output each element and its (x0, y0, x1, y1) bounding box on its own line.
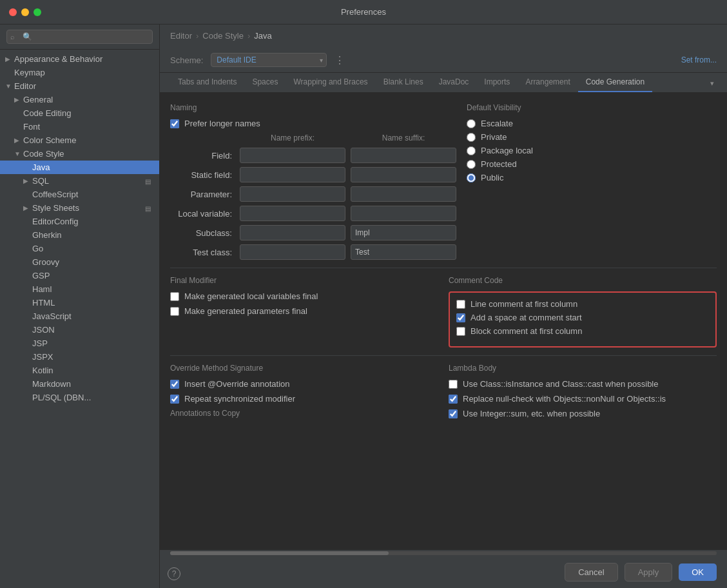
static-field-suffix-input[interactable] (351, 167, 456, 182)
visibility-private-radio[interactable] (467, 133, 476, 142)
breadcrumb-sep2: › (247, 31, 250, 41)
lambda-class-isinstance-checkbox[interactable] (449, 380, 458, 389)
sidebar-item-label: Font (23, 122, 40, 132)
final-params-row: Make generated parameters final (170, 306, 438, 316)
sidebar-item-gherkin[interactable]: Gherkin (0, 228, 159, 242)
sidebar-item-markdown[interactable]: Markdown (0, 377, 159, 391)
sidebar-item-java[interactable]: Java (0, 161, 159, 174)
parameter-prefix-input[interactable] (240, 186, 345, 202)
sidebar-item-jspx[interactable]: JSPX (0, 350, 159, 364)
sidebar-item-style-sheets[interactable]: ▶ Style Sheets ▤ (0, 201, 159, 215)
local-var-suffix-input[interactable] (351, 206, 456, 221)
sidebar-item-general[interactable]: ▶ General (0, 93, 159, 106)
sidebar-item-sql[interactable]: ▶ SQL ▤ (0, 174, 159, 188)
static-field-prefix-input[interactable] (240, 167, 345, 182)
tab-javadoc[interactable]: JavaDoc (431, 73, 477, 92)
visibility-escalate-radio[interactable] (467, 119, 476, 128)
sidebar-item-jsp[interactable]: JSP (0, 337, 159, 350)
apply-button[interactable]: Apply (625, 563, 673, 582)
visibility-title: Default Visibility (467, 103, 717, 112)
sidebar-item-color-scheme[interactable]: ▶ Color Scheme (0, 133, 159, 147)
header-prefix: Name prefix: (240, 133, 345, 142)
block-comment-checkbox[interactable] (456, 327, 465, 336)
divider-1 (170, 268, 717, 268)
sidebar-item-haml[interactable]: Haml (0, 282, 159, 296)
ok-button[interactable]: OK (679, 564, 717, 581)
sidebar-item-html[interactable]: HTML (0, 296, 159, 309)
sidebar-item-go[interactable]: Go (0, 242, 159, 255)
sidebar-item-editorconfig[interactable]: EditorConfig (0, 215, 159, 228)
lambda-class-isinstance-row: Use Class::isInstance and Class::cast wh… (449, 379, 717, 389)
final-local-vars-label: Make generated local variables final (184, 291, 318, 301)
visibility-public-label: Public (481, 173, 503, 182)
scrollbar-thumb[interactable] (170, 551, 389, 555)
sidebar-item-gsp[interactable]: GSP (0, 269, 159, 282)
sidebar-item-javascript[interactable]: JavaScript (0, 309, 159, 323)
sidebar-item-groovy[interactable]: Groovy (0, 255, 159, 269)
final-local-vars-checkbox[interactable] (170, 292, 179, 301)
tab-scroll-right[interactable]: ▾ (708, 75, 717, 92)
visibility-package-local-radio[interactable] (467, 146, 476, 155)
scheme-select[interactable]: Default IDE (211, 53, 327, 67)
search-input[interactable] (6, 30, 153, 44)
subclass-prefix-input[interactable] (240, 225, 345, 240)
header-suffix: Name suffix: (351, 133, 456, 142)
sidebar-item-kotlin[interactable]: Kotlin (0, 364, 159, 377)
sidebar-item-label: CoffeeScript (32, 190, 78, 199)
sidebar-item-plsql[interactable]: PL/SQL (DBN... (0, 391, 159, 404)
visibility-public-radio[interactable] (467, 173, 476, 182)
test-class-suffix-input[interactable] (351, 244, 456, 260)
sidebar-item-code-editing[interactable]: Code Editing (0, 106, 159, 120)
space-comment-row: Add a space at comment start (456, 313, 709, 322)
tab-arrangement[interactable]: Arrangement (518, 73, 577, 92)
scheme-select-wrap: Default IDE ▾ (211, 53, 327, 67)
tab-imports[interactable]: Imports (476, 73, 518, 92)
sidebar-item-label: JSP (32, 338, 48, 348)
final-params-checkbox[interactable] (170, 307, 179, 316)
tab-code-generation[interactable]: Code Generation (578, 73, 652, 92)
visibility-protected-radio[interactable] (467, 160, 476, 169)
sidebar: ⌕ ▶ Appearance & Behavior Keymap ▼ Edito… (0, 24, 160, 588)
test-class-prefix-input[interactable] (240, 244, 345, 260)
help-button[interactable]: ? (168, 567, 180, 580)
close-button[interactable] (9, 8, 17, 16)
subclass-suffix-input[interactable] (351, 225, 456, 240)
comment-code-box: Line comment at first column Add a space… (449, 291, 717, 348)
sidebar-item-coffeescript[interactable]: CoffeeScript (0, 188, 159, 201)
lambda-null-check-checkbox[interactable] (449, 395, 458, 404)
scheme-bar: Scheme: Default IDE ▾ ⋮ Set from... (160, 46, 727, 73)
local-var-prefix-input[interactable] (240, 206, 345, 221)
sidebar-item-editor[interactable]: ▼ Editor (0, 79, 159, 93)
tabs-bar: Tabs and Indents Spaces Wrapping and Bra… (160, 73, 727, 93)
scheme-more-button[interactable]: ⋮ (334, 54, 345, 66)
prefer-longer-names-checkbox[interactable] (170, 119, 179, 128)
space-comment-checkbox[interactable] (456, 313, 465, 322)
tab-spaces[interactable]: Spaces (244, 73, 286, 92)
lambda-integer-sum-checkbox[interactable] (449, 409, 458, 418)
cancel-button[interactable]: Cancel (565, 563, 617, 582)
sidebar-item-font[interactable]: Font (0, 120, 159, 133)
tab-tabs-indents[interactable]: Tabs and Indents (170, 73, 244, 92)
sidebar-item-label: JSON (32, 325, 55, 335)
visibility-protected-row: Protected (467, 159, 717, 169)
field-suffix-input[interactable] (351, 148, 456, 163)
sidebar-item-label: Code Style (23, 149, 64, 159)
sidebar-item-appearance[interactable]: ▶ Appearance & Behavior (0, 52, 159, 66)
line-comment-checkbox[interactable] (456, 300, 465, 309)
repeat-synchronized-checkbox[interactable] (170, 395, 179, 404)
set-from-link[interactable]: Set from... (681, 55, 717, 64)
override-annotation-checkbox[interactable] (170, 380, 179, 389)
field-prefix-input[interactable] (240, 148, 345, 163)
horizontal-scrollbar[interactable] (160, 549, 727, 556)
divider-2 (170, 355, 717, 356)
parameter-suffix-input[interactable] (351, 186, 456, 202)
visibility-private-row: Private (467, 132, 717, 142)
sidebar-item-code-style[interactable]: ▼ Code Style (0, 147, 159, 161)
minimize-button[interactable] (21, 8, 29, 16)
maximize-button[interactable] (34, 8, 41, 16)
tab-blank-lines[interactable]: Blank Lines (376, 73, 431, 92)
sidebar-item-keymap[interactable]: Keymap (0, 66, 159, 79)
tab-wrapping-braces[interactable]: Wrapping and Braces (286, 73, 375, 92)
traffic-lights (9, 8, 41, 16)
sidebar-item-json[interactable]: JSON (0, 323, 159, 337)
